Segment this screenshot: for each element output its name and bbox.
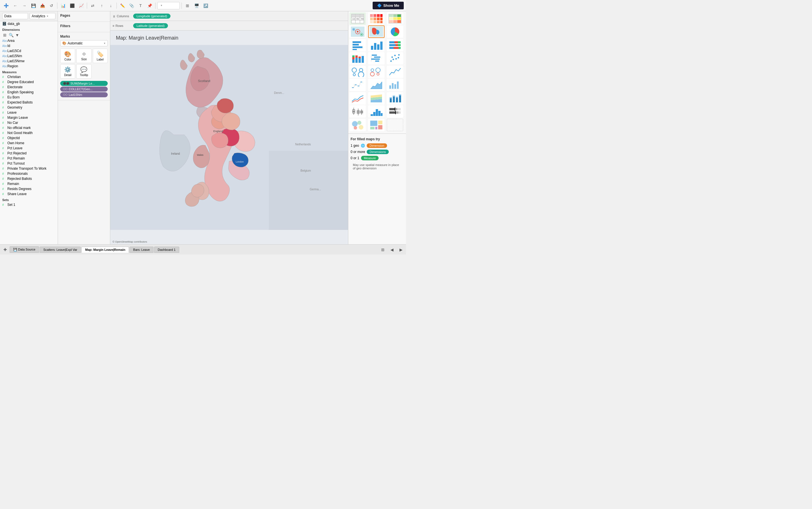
chart-line-discrete[interactable] <box>349 79 366 91</box>
chart-bar-in-bar[interactable] <box>387 92 403 105</box>
pin-icon[interactable]: 📌 <box>146 2 153 10</box>
chart-packed-bubbles[interactable] <box>349 119 366 131</box>
dimension-item[interactable]: AbcArea <box>0 38 58 43</box>
tableau-logo-icon[interactable] <box>2 2 10 10</box>
measure-item[interactable]: #Pct Leave <box>0 146 58 151</box>
sort-asc-icon[interactable]: ↑ <box>98 2 106 10</box>
chart-heat-map[interactable] <box>368 12 385 25</box>
chart-highlight-table[interactable] <box>387 12 403 25</box>
measure-item[interactable]: #Professionals <box>0 171 58 176</box>
data-source-item[interactable]: 🗄️ data_gb <box>0 21 58 26</box>
measure-item[interactable]: #Resids Degrees <box>0 186 58 192</box>
show-me-button[interactable]: 🔷 Show Me <box>373 2 404 9</box>
chart-dual-line[interactable] <box>349 92 366 105</box>
share-icon[interactable]: ↗️ <box>202 2 210 10</box>
save-icon[interactable]: 💾 <box>29 2 37 10</box>
bottom-tab[interactable]: Scatters: Leave|Expl Var <box>40 246 81 253</box>
marks-pill[interactable]: ⬡⬡Lad15Nm <box>60 92 108 97</box>
marks-type-dropdown[interactable]: 🎨 Automatic ▼ <box>60 40 108 46</box>
chart-text-table[interactable]: 123456789 <box>349 12 366 25</box>
dim-arrow-icon[interactable]: ▼ <box>15 33 20 38</box>
layout-icon[interactable]: ⊞ <box>183 2 191 10</box>
more-dimensions-tag[interactable]: Dimensions <box>367 149 388 154</box>
measure-item[interactable]: #Margin Leave <box>0 115 58 120</box>
chart-bar-horiz[interactable] <box>349 39 366 52</box>
dimension-item[interactable]: AbcRegion <box>0 64 58 69</box>
measure-item[interactable]: #Share Leave <box>0 192 58 197</box>
size-button[interactable]: ○ Size <box>76 48 91 63</box>
bottom-tab[interactable]: Map: Margin Leave|Remain <box>81 246 129 253</box>
bottom-tab[interactable]: Dashboard 1 <box>154 246 179 253</box>
next-icon[interactable]: ▶ <box>397 246 405 253</box>
chart-stacked-bar-horiz[interactable] <box>387 39 403 52</box>
forward-arrow-icon[interactable]: → <box>20 2 28 10</box>
measure-item[interactable]: #Own Home <box>0 140 58 146</box>
dimension-item[interactable]: AbcLad15Nmw <box>0 59 58 64</box>
bottom-tab[interactable]: Bars: Leave <box>130 246 153 253</box>
chart-bar-vert[interactable] <box>368 39 385 52</box>
color-button[interactable]: 🎨 Color <box>60 48 75 63</box>
swap-icon[interactable]: ⇄ <box>89 2 97 10</box>
measure-item[interactable]: #No Car <box>0 120 58 125</box>
chart-area-discrete[interactable] <box>387 79 403 91</box>
dimension-item[interactable]: AbcLad15Cd <box>0 48 58 54</box>
undo-icon[interactable]: ↺ <box>47 2 56 10</box>
grid-icon[interactable]: ⊞ <box>379 246 387 253</box>
marks-pill[interactable]: ⬡⬡COLLECT(Geo... <box>60 87 108 92</box>
chart-stacked-bar-vert[interactable] <box>349 52 366 65</box>
measure-item[interactable]: #Not Good Health <box>0 130 58 135</box>
measure-item[interactable]: #Eu Born <box>0 95 58 100</box>
panel-scroll[interactable]: 🗄️ data_gb Dimensions ⊞ 🔍 ▼ AbcAreaAbcId… <box>0 21 58 244</box>
attach-icon[interactable]: 📎 <box>128 2 135 10</box>
bottom-tab[interactable]: 💾 Data Source <box>10 246 39 253</box>
chart-box-plot[interactable] <box>349 105 366 117</box>
label-button[interactable]: 🏷️ Label <box>93 48 108 63</box>
dim-search-icon[interactable]: 🔍 <box>8 33 13 38</box>
table-icon[interactable]: ⬛ <box>68 2 76 10</box>
measure-item[interactable]: #Electorate <box>0 84 58 90</box>
marks-pill[interactable]: ⚫⚫SUM(Margin Le... <box>60 81 108 86</box>
set-item[interactable]: #Set 1 <box>0 202 58 207</box>
viz-area[interactable]: Map: Margin Leave|Remain Ireland <box>110 31 348 244</box>
back-arrow-icon[interactable]: ← <box>11 2 19 10</box>
chart-scatter[interactable] <box>387 52 403 65</box>
measure-item[interactable]: #Remain <box>0 181 58 186</box>
measure-item[interactable]: #Pct Turnout <box>0 161 58 166</box>
measure-item[interactable]: #Christian <box>0 74 58 79</box>
chart-treemap[interactable] <box>368 119 385 131</box>
measure-item[interactable]: #Objectid <box>0 135 58 140</box>
present-icon[interactable]: 🖥️ <box>192 2 201 10</box>
dim-grid-icon[interactable]: ⊞ <box>2 33 7 38</box>
chart-circle-view[interactable] <box>349 66 366 78</box>
chart-area-cont[interactable] <box>368 79 385 91</box>
text-icon[interactable]: T <box>137 2 144 10</box>
measure-item[interactable]: #No official mark <box>0 125 58 130</box>
columns-pill[interactable]: Longitude (generated) <box>133 13 171 19</box>
analysis-icon[interactable]: 📈 <box>77 2 85 10</box>
new-sheet-icon[interactable]: ➕ <box>1 246 9 253</box>
or1-measure-tag[interactable]: Measure <box>361 156 379 160</box>
chart-stacked-area[interactable] <box>368 92 385 105</box>
data-tab[interactable]: Data <box>2 13 28 19</box>
chart-pie[interactable] <box>387 26 403 38</box>
measure-item[interactable]: #Leave <box>0 110 58 115</box>
chart-filled-map[interactable] <box>368 26 385 38</box>
dimension-item[interactable]: AbcLad15Nm <box>0 54 58 59</box>
geo-dimension-tag[interactable]: Dimension <box>367 143 387 148</box>
measure-item[interactable]: #Geometry <box>0 105 58 110</box>
chart-side-circle[interactable] <box>368 66 385 78</box>
highlight-icon[interactable]: ✏️ <box>118 2 127 10</box>
dimension-item[interactable]: AbcId <box>0 43 58 48</box>
chart-line-cont[interactable] <box>387 66 403 78</box>
measure-item[interactable]: #Rejected Ballots <box>0 176 58 181</box>
analytics-tab[interactable]: Analytics ▼ <box>30 13 56 19</box>
chart-icon[interactable]: 📊 <box>59 2 67 10</box>
prev-icon[interactable]: ◀ <box>388 246 396 253</box>
chart-bullet[interactable] <box>387 105 403 117</box>
chart-symbol-map[interactable] <box>349 26 366 38</box>
rows-pill[interactable]: Latitude (generated) <box>133 23 168 28</box>
chart-gantt[interactable] <box>368 52 385 65</box>
measure-item[interactable]: #English Speaking <box>0 90 58 95</box>
tooltip-button[interactable]: 💬 Tooltip <box>76 64 91 79</box>
measure-item[interactable]: #Degree Educated <box>0 79 58 84</box>
